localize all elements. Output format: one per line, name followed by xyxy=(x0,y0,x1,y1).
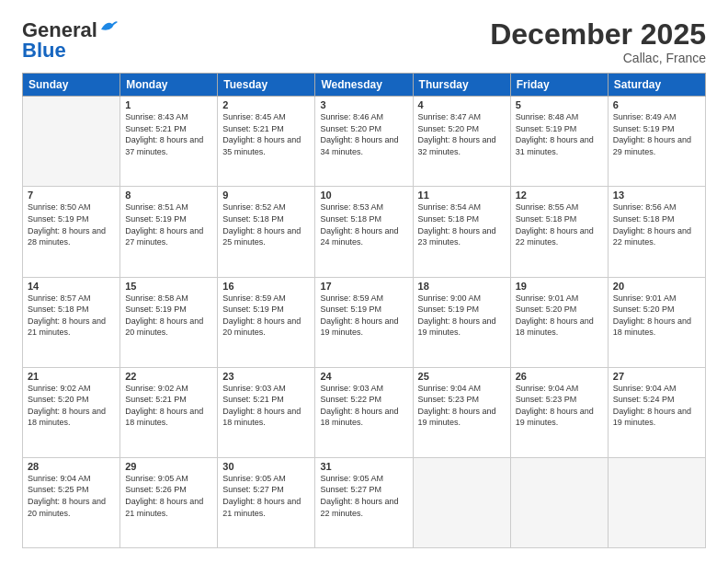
calendar-cell: 2Sunrise: 8:45 AMSunset: 5:21 PMDaylight… xyxy=(218,97,315,187)
daylight-label: Daylight: 8 hours and 20 minutes. xyxy=(125,316,203,338)
sunset-label: Sunset: 5:18 PM xyxy=(516,214,577,224)
sunset-label: Sunset: 5:18 PM xyxy=(28,304,89,314)
day-number: 28 xyxy=(28,461,115,472)
daylight-label: Daylight: 8 hours and 18 minutes. xyxy=(125,407,203,428)
sunset-label: Sunset: 5:18 PM xyxy=(613,214,675,224)
page: General Blue December 2025 Callac, Franc… xyxy=(0,0,728,563)
sunrise-label: Sunrise: 8:58 AM xyxy=(125,293,188,303)
day-info: Sunrise: 8:58 AMSunset: 5:19 PMDaylight:… xyxy=(125,293,212,339)
calendar-cell: 5Sunrise: 8:48 AMSunset: 5:19 PMDaylight… xyxy=(510,97,608,187)
day-number: 8 xyxy=(125,190,212,201)
sunset-label: Sunset: 5:19 PM xyxy=(125,214,187,224)
calendar-cell: 13Sunrise: 8:56 AMSunset: 5:18 PMDayligh… xyxy=(608,187,705,277)
daylight-label: Daylight: 8 hours and 25 minutes. xyxy=(222,226,301,247)
calendar-cell: 10Sunrise: 8:53 AMSunset: 5:18 PMDayligh… xyxy=(315,187,413,277)
daylight-label: Daylight: 8 hours and 21 minutes. xyxy=(125,497,203,518)
daylight-label: Daylight: 8 hours and 18 minutes. xyxy=(516,316,594,338)
calendar-cell: 26Sunrise: 9:04 AMSunset: 5:23 PMDayligh… xyxy=(510,367,608,457)
calendar-cell: 24Sunrise: 9:03 AMSunset: 5:22 PMDayligh… xyxy=(315,367,413,457)
day-info: Sunrise: 8:50 AMSunset: 5:19 PMDaylight:… xyxy=(28,201,115,247)
day-info: Sunrise: 9:02 AMSunset: 5:21 PMDaylight:… xyxy=(125,383,212,429)
day-number: 4 xyxy=(418,99,506,110)
calendar-cell: 6Sunrise: 8:49 AMSunset: 5:19 PMDaylight… xyxy=(608,97,705,187)
day-info: Sunrise: 9:00 AMSunset: 5:19 PMDaylight:… xyxy=(418,293,506,339)
sunrise-label: Sunrise: 8:47 AM xyxy=(418,112,482,121)
calendar-cell: 30Sunrise: 9:05 AMSunset: 5:27 PMDayligh… xyxy=(218,457,315,547)
day-info: Sunrise: 8:56 AMSunset: 5:18 PMDaylight:… xyxy=(613,201,700,247)
daylight-label: Daylight: 8 hours and 34 minutes. xyxy=(320,135,398,156)
sunset-label: Sunset: 5:19 PM xyxy=(320,304,381,314)
sunset-label: Sunset: 5:21 PM xyxy=(125,395,187,404)
calendar-cell: 31Sunrise: 9:05 AMSunset: 5:27 PMDayligh… xyxy=(315,457,413,547)
calendar-cell: 17Sunrise: 8:59 AMSunset: 5:19 PMDayligh… xyxy=(315,277,413,367)
daylight-label: Daylight: 8 hours and 19 minutes. xyxy=(516,407,594,428)
calendar-cell xyxy=(510,457,608,547)
day-number: 15 xyxy=(125,281,212,292)
day-number: 5 xyxy=(516,99,603,110)
calendar-cell: 18Sunrise: 9:00 AMSunset: 5:19 PMDayligh… xyxy=(413,277,510,367)
calendar-cell: 9Sunrise: 8:52 AMSunset: 5:18 PMDaylight… xyxy=(218,187,315,277)
calendar-body: 1Sunrise: 8:43 AMSunset: 5:21 PMDaylight… xyxy=(23,97,706,548)
day-info: Sunrise: 9:05 AMSunset: 5:26 PMDaylight:… xyxy=(125,473,212,519)
calendar-cell: 25Sunrise: 9:04 AMSunset: 5:23 PMDayligh… xyxy=(413,367,510,457)
day-info: Sunrise: 8:53 AMSunset: 5:18 PMDaylight:… xyxy=(320,201,407,247)
day-number: 26 xyxy=(516,371,603,382)
day-info: Sunrise: 9:04 AMSunset: 5:23 PMDaylight:… xyxy=(418,383,506,429)
title-block: December 2025 Callac, France xyxy=(490,18,706,65)
sunset-label: Sunset: 5:19 PM xyxy=(222,304,284,314)
daylight-label: Daylight: 8 hours and 31 minutes. xyxy=(516,135,594,156)
calendar-row: 7Sunrise: 8:50 AMSunset: 5:19 PMDaylight… xyxy=(23,187,706,277)
day-number: 1 xyxy=(125,99,212,110)
calendar-cell: 21Sunrise: 9:02 AMSunset: 5:20 PMDayligh… xyxy=(23,367,120,457)
sunrise-label: Sunrise: 9:02 AM xyxy=(125,384,188,393)
day-info: Sunrise: 8:48 AMSunset: 5:19 PMDaylight:… xyxy=(516,111,603,157)
day-number: 18 xyxy=(418,281,506,292)
daylight-label: Daylight: 8 hours and 18 minutes. xyxy=(320,407,398,428)
day-number: 2 xyxy=(222,99,310,110)
month-title: December 2025 xyxy=(490,18,706,51)
calendar-cell xyxy=(608,457,705,547)
sunrise-label: Sunrise: 8:45 AM xyxy=(222,112,286,121)
header-row: Sunday Monday Tuesday Wednesday Thursday… xyxy=(23,74,706,97)
daylight-label: Daylight: 8 hours and 19 minutes. xyxy=(418,316,496,338)
calendar-cell: 29Sunrise: 9:05 AMSunset: 5:26 PMDayligh… xyxy=(120,457,218,547)
day-info: Sunrise: 9:01 AMSunset: 5:20 PMDaylight:… xyxy=(516,293,603,339)
day-number: 9 xyxy=(222,190,310,201)
day-info: Sunrise: 9:05 AMSunset: 5:27 PMDaylight:… xyxy=(222,473,310,519)
sunset-label: Sunset: 5:20 PM xyxy=(516,304,577,314)
day-number: 31 xyxy=(320,461,407,472)
sunset-label: Sunset: 5:26 PM xyxy=(125,485,187,494)
logo: General Blue xyxy=(22,18,119,63)
calendar-cell xyxy=(23,97,120,187)
daylight-label: Daylight: 8 hours and 21 minutes. xyxy=(222,497,301,518)
day-info: Sunrise: 8:49 AMSunset: 5:19 PMDaylight:… xyxy=(613,111,700,157)
day-number: 12 xyxy=(516,190,603,201)
sunrise-label: Sunrise: 8:59 AM xyxy=(222,293,286,303)
sunrise-label: Sunrise: 9:04 AM xyxy=(28,474,91,483)
day-info: Sunrise: 8:47 AMSunset: 5:20 PMDaylight:… xyxy=(418,111,506,157)
day-info: Sunrise: 9:03 AMSunset: 5:21 PMDaylight:… xyxy=(222,383,310,429)
sunrise-label: Sunrise: 9:04 AM xyxy=(516,384,579,393)
day-info: Sunrise: 8:54 AMSunset: 5:18 PMDaylight:… xyxy=(418,201,506,247)
sunset-label: Sunset: 5:19 PM xyxy=(516,124,577,133)
sunrise-label: Sunrise: 8:43 AM xyxy=(125,112,188,121)
daylight-label: Daylight: 8 hours and 20 minutes. xyxy=(222,316,301,338)
col-sunday: Sunday xyxy=(23,74,120,97)
day-number: 24 xyxy=(320,371,407,382)
calendar-cell: 28Sunrise: 9:04 AMSunset: 5:25 PMDayligh… xyxy=(23,457,120,547)
calendar-cell: 11Sunrise: 8:54 AMSunset: 5:18 PMDayligh… xyxy=(413,187,510,277)
calendar-cell: 14Sunrise: 8:57 AMSunset: 5:18 PMDayligh… xyxy=(23,277,120,367)
sunrise-label: Sunrise: 8:48 AM xyxy=(516,112,579,121)
sunrise-label: Sunrise: 9:01 AM xyxy=(613,293,677,303)
calendar-cell: 20Sunrise: 9:01 AMSunset: 5:20 PMDayligh… xyxy=(608,277,705,367)
sunset-label: Sunset: 5:20 PM xyxy=(28,395,89,404)
sunrise-label: Sunrise: 9:03 AM xyxy=(320,384,383,393)
sunrise-label: Sunrise: 8:50 AM xyxy=(28,202,91,212)
sunrise-label: Sunrise: 8:46 AM xyxy=(320,112,383,121)
daylight-label: Daylight: 8 hours and 22 minutes. xyxy=(320,497,398,518)
daylight-label: Daylight: 8 hours and 24 minutes. xyxy=(320,226,398,247)
sunset-label: Sunset: 5:18 PM xyxy=(222,214,284,224)
sunrise-label: Sunrise: 9:05 AM xyxy=(125,474,188,483)
day-number: 6 xyxy=(613,99,700,110)
day-number: 10 xyxy=(320,190,407,201)
